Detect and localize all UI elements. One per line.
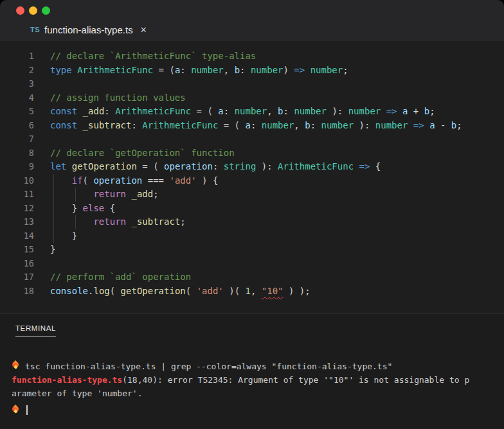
code-token: number [251, 65, 284, 75]
code-token: number [375, 120, 408, 130]
code-token: : [251, 120, 262, 130]
code-token: b [424, 106, 429, 116]
code-line[interactable]: 16 [0, 257, 504, 271]
typescript-file-icon: TS [30, 26, 40, 33]
code-token [77, 120, 82, 130]
code-token: a [245, 120, 250, 130]
code-line[interactable]: 11 return _add; [0, 188, 504, 202]
code-line[interactable]: 15} [0, 243, 504, 257]
line-number: 5 [0, 105, 34, 119]
code-token: ): [256, 161, 278, 171]
code-line[interactable]: 18console.log( getOperation( 'add' )( 1,… [0, 285, 504, 299]
code-token: = ( [137, 161, 164, 171]
line-number: 12 [0, 202, 34, 216]
terminal-line[interactable] [12, 404, 492, 417]
terminal-tab[interactable]: TERMINAL [15, 324, 56, 337]
code-line-content: const _add: ArithmeticFunc = ( a: number… [50, 105, 435, 119]
code-line[interactable]: 3 [0, 77, 504, 91]
code-line-content: // perform `add` operation [50, 270, 191, 285]
code-token: type [50, 65, 72, 75]
code-line[interactable]: 2type ArithmeticFunc = (a: number, b: nu… [0, 64, 504, 78]
code-token [305, 65, 310, 75]
code-token: number [235, 106, 267, 116]
code-token: _add [131, 189, 153, 199]
code-token: b [278, 106, 283, 116]
code-token: : [284, 106, 294, 116]
grep-match-text: function-alias-type.ts [12, 375, 122, 385]
code-token: , [251, 286, 262, 296]
code-token: , [224, 65, 235, 75]
code-line[interactable]: 12 } else { [0, 202, 504, 216]
line-number: 17 [0, 270, 34, 285]
line-number: 8 [0, 146, 34, 161]
code-line[interactable]: 9let getOperation = ( operation: string … [0, 160, 504, 174]
terminal-line[interactable]: arameter of type 'number'. [12, 387, 492, 400]
code-token: else [83, 203, 105, 213]
code-line-content: } [50, 243, 55, 257]
code-line-content: } [50, 229, 77, 243]
line-number: 9 [0, 160, 34, 174]
code-line[interactable]: 17// perform `add` operation [0, 270, 504, 285]
code-editor[interactable]: 1// declare `ArithmeticFunc` type-alias2… [0, 41, 504, 313]
code-token: : [310, 120, 321, 130]
code-line[interactable]: 1// declare `ArithmeticFunc` type-alias [0, 49, 504, 64]
tab-function-alias-type[interactable]: TS function-alias-type.ts ✕ [30, 24, 147, 35]
terminal-line[interactable]: tsc function-alias-type.ts | grep --colo… [12, 360, 492, 373]
code-token: number [348, 106, 381, 116]
code-line[interactable]: 5const _add: ArithmeticFunc = ( a: numbe… [0, 105, 504, 119]
line-number: 6 [0, 119, 34, 133]
code-token: // assign function values [50, 92, 186, 103]
code-line[interactable]: 7 [0, 132, 504, 146]
indent-guide [53, 202, 54, 216]
code-line[interactable]: 13 return _subtract; [0, 215, 504, 229]
code-token: // declare `ArithmeticFunc` type-alias [50, 51, 256, 61]
code-token [50, 189, 93, 199]
code-line-content: if( operation === 'add' ) { [50, 174, 218, 188]
error-token: "10" [262, 286, 284, 296]
code-token: if [72, 175, 83, 186]
code-token: + [408, 106, 424, 116]
line-number: 2 [0, 64, 34, 78]
code-line-content: } else { [50, 202, 115, 216]
code-token [72, 65, 77, 75]
code-token: number [310, 65, 343, 75]
code-token: ArithmeticFunc [77, 65, 153, 75]
code-token: : [104, 106, 115, 116]
fullscreen-window-button[interactable] [42, 6, 50, 15]
code-token: )( [224, 286, 246, 296]
code-token: { [370, 161, 381, 171]
code-token [354, 161, 359, 171]
code-token: } [50, 203, 83, 213]
code-token [408, 120, 413, 130]
code-token: a [218, 106, 223, 116]
terminal-output[interactable]: tsc function-alias-type.ts | grep --colo… [0, 345, 504, 417]
code-token: ) { [197, 175, 219, 186]
close-window-button[interactable] [16, 6, 24, 15]
code-token: _add [83, 106, 105, 116]
code-token: => [413, 120, 424, 130]
editor-tab-bar: TS function-alias-type.ts ✕ [0, 18, 504, 41]
terminal-line[interactable]: function-alias-type.ts(18,40): error TS2… [12, 373, 492, 387]
code-token: 'add' [169, 175, 196, 186]
code-line[interactable]: 14 } [0, 229, 504, 243]
code-line[interactable]: 4// assign function values [0, 91, 504, 105]
titlebar[interactable] [0, 0, 504, 18]
code-token: ; [153, 189, 158, 199]
code-line-content: // assign function values [50, 91, 186, 105]
code-token: : [224, 106, 235, 116]
code-token: = ( [191, 106, 218, 116]
tab-close-icon[interactable]: ✕ [140, 25, 147, 35]
code-line[interactable]: 8// declare `getOperation` function [0, 146, 504, 161]
code-token: ; [180, 216, 185, 227]
code-line[interactable]: 6const _subtract: ArithmeticFunc = ( a: … [0, 119, 504, 133]
code-token: ) [284, 65, 294, 75]
code-line[interactable]: 10 if( operation === 'add' ) { [0, 174, 504, 188]
code-token: operation [93, 175, 142, 186]
code-line-content: return _subtract; [50, 215, 186, 229]
code-token: b [305, 120, 310, 130]
code-token: // declare `getOperation` function [50, 148, 235, 158]
code-token [424, 120, 429, 130]
code-line-content: console.log( getOperation( 'add' )( 1, "… [50, 285, 310, 299]
code-token: } [50, 231, 77, 241]
minimize-window-button[interactable] [29, 6, 37, 15]
